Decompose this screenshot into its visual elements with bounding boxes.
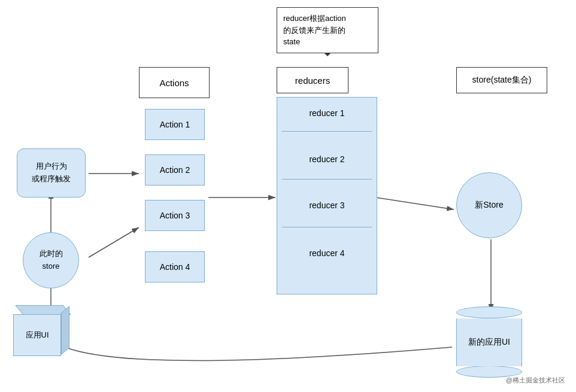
current-store-circle: 此时的 store xyxy=(23,232,79,288)
callout-text: reducer根据action 的反馈来产生新的 state xyxy=(283,14,346,46)
user-trigger-circle: 用户行为 或程序触发 xyxy=(17,148,86,197)
store-header: store(state集合) xyxy=(456,67,547,93)
action-3-box: Action 3 xyxy=(145,200,205,231)
new-app-ui-cylinder: 新的应用UI xyxy=(456,306,522,378)
svg-line-4 xyxy=(376,197,454,209)
reducer-1: reducer 1 xyxy=(277,108,377,118)
diagram-container: reducer根据action 的反馈来产生新的 state Actions A… xyxy=(0,0,576,392)
cube-side-face xyxy=(61,306,69,355)
action-2-box: Action 2 xyxy=(145,154,205,186)
cylinder-top xyxy=(456,306,522,318)
watermark: @稀土掘金技术社区 xyxy=(506,376,565,385)
svg-line-2 xyxy=(89,227,139,257)
app-ui-cube: 应用UI xyxy=(13,305,73,359)
cube-front-face: 应用UI xyxy=(13,314,61,356)
new-store-circle: 新Store xyxy=(456,172,522,238)
reducers-header: reducers xyxy=(277,67,348,93)
cylinder-body: 新的应用UI xyxy=(456,318,522,366)
action-4-box: Action 4 xyxy=(145,251,205,282)
reducer-4: reducer 4 xyxy=(277,248,377,258)
reducer-2: reducer 2 xyxy=(277,154,377,164)
reducers-group: reducer 1 reducer 2 reducer 3 reducer 4 xyxy=(277,97,377,294)
actions-header: Actions xyxy=(139,67,210,98)
reducer-3: reducer 3 xyxy=(277,200,377,210)
action-1-box: Action 1 xyxy=(145,109,205,140)
callout-box: reducer根据action 的反馈来产生新的 state xyxy=(277,7,378,53)
